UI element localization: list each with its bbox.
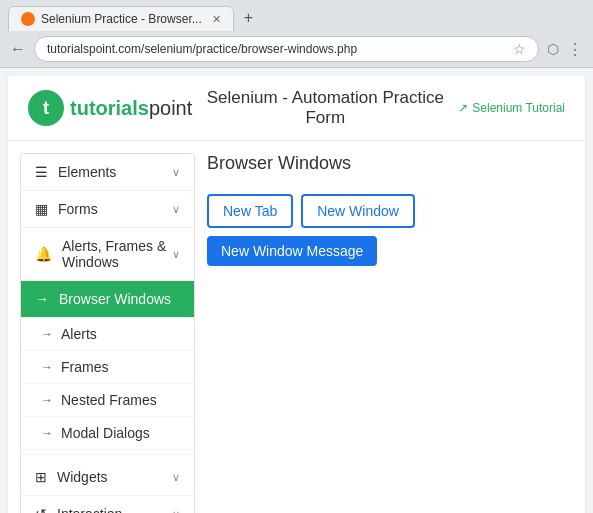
widgets-chevron: ∨ [172, 471, 180, 484]
subitem-arrow: → [41, 426, 53, 440]
main-layout: ☰ Elements ∨ ▦ Forms ∨ 🔔 Alerts, Frames … [8, 141, 585, 513]
sidebar-subitem-frames[interactable]: → Frames [21, 351, 194, 384]
browser-chrome: Selenium Practice - Browser... ✕ + ← tut… [0, 0, 593, 68]
new-window-button[interactable]: New Window [301, 194, 415, 228]
logo[interactable]: t tutorialspoint [28, 90, 192, 126]
tab-bar: Selenium Practice - Browser... ✕ + [0, 0, 593, 31]
widgets-label: Widgets [57, 469, 108, 485]
subitem-arrow: → [41, 360, 53, 374]
header-title: Selenium - Automation Practice Form [192, 88, 458, 128]
sidebar-item-elements[interactable]: ☰ Elements ∨ [21, 154, 194, 191]
new-tab-button[interactable]: New Tab [207, 194, 293, 228]
elements-label: Elements [58, 164, 116, 180]
subitem-arrow: → [41, 393, 53, 407]
sidebar-subitem-alerts[interactable]: → Alerts [21, 318, 194, 351]
menu-button[interactable]: ⋮ [567, 40, 583, 59]
logo-point: point [149, 97, 192, 119]
elements-icon: ☰ [35, 164, 48, 180]
interaction-chevron: ∨ [172, 508, 180, 514]
back-button[interactable]: ← [10, 40, 26, 58]
extensions-button[interactable]: ⬡ [547, 41, 559, 57]
link-icon: ↗ [458, 101, 468, 115]
sidebar-item-alerts[interactable]: 🔔 Alerts, Frames & Windows ∨ [21, 228, 194, 281]
page: t tutorialspoint Selenium - Automation P… [8, 76, 585, 513]
alerts-chevron: ∨ [172, 248, 180, 261]
interaction-label: Interaction [57, 506, 122, 513]
modal-dialogs-label: Modal Dialogs [61, 425, 150, 441]
frames-label: Frames [61, 359, 108, 375]
active-tab[interactable]: Selenium Practice - Browser... ✕ [8, 6, 234, 31]
sidebar-item-browser-windows[interactable]: → Browser Windows [21, 281, 194, 318]
interaction-icon: ↺ [35, 506, 47, 513]
item-left: ▦ Forms [35, 201, 98, 217]
logo-tp: tutorials [70, 97, 149, 119]
widgets-icon: ⊞ [35, 469, 47, 485]
url-box[interactable]: tutorialspoint.com/selenium/practice/bro… [34, 36, 539, 62]
browser-windows-label: Browser Windows [59, 291, 171, 307]
sidebar-item-interaction[interactable]: ↺ Interaction ∨ [21, 496, 194, 513]
tab-label: Selenium Practice - Browser... [41, 12, 202, 26]
alerts-label: Alerts, Frames & Windows [62, 238, 172, 270]
bookmark-button[interactable]: ☆ [513, 41, 526, 57]
item-left: → Browser Windows [35, 291, 171, 307]
new-window-message-button[interactable]: New Window Message [207, 236, 377, 266]
sidebar: ☰ Elements ∨ ▦ Forms ∨ 🔔 Alerts, Frames … [20, 153, 195, 513]
elements-chevron: ∨ [172, 166, 180, 179]
item-left: ☰ Elements [35, 164, 116, 180]
logo-letter: t [43, 98, 49, 119]
button-group: New Tab New Window New Window Message [207, 194, 573, 266]
forms-chevron: ∨ [172, 203, 180, 216]
tab-favicon [21, 12, 35, 26]
browser-windows-icon: → [35, 291, 49, 307]
new-tab-button[interactable]: + [238, 9, 259, 27]
logo-text: tutorialspoint [70, 97, 192, 120]
sidebar-divider [21, 454, 194, 455]
url-text: tutorialspoint.com/selenium/practice/bro… [47, 42, 357, 56]
subitem-arrow: → [41, 327, 53, 341]
alerts-icon: 🔔 [35, 246, 52, 262]
item-left: ⊞ Widgets [35, 469, 108, 485]
nested-frames-label: Nested Frames [61, 392, 157, 408]
site-header: t tutorialspoint Selenium - Automation P… [8, 76, 585, 141]
tab-close-button[interactable]: ✕ [212, 13, 221, 26]
content-area: Browser Windows New Tab New Window New W… [207, 153, 573, 513]
forms-label: Forms [58, 201, 98, 217]
content-title: Browser Windows [207, 153, 573, 174]
address-bar: ← tutorialspoint.com/selenium/practice/b… [0, 31, 593, 67]
item-left: ↺ Interaction [35, 506, 122, 513]
sidebar-subitem-nested-frames[interactable]: → Nested Frames [21, 384, 194, 417]
sidebar-item-forms[interactable]: ▦ Forms ∨ [21, 191, 194, 228]
sidebar-item-widgets[interactable]: ⊞ Widgets ∨ [21, 459, 194, 496]
logo-icon: t [28, 90, 64, 126]
link-text: Selenium Tutorial [472, 101, 565, 115]
sidebar-subitem-modal-dialogs[interactable]: → Modal Dialogs [21, 417, 194, 450]
alerts-sub-label: Alerts [61, 326, 97, 342]
item-left: 🔔 Alerts, Frames & Windows [35, 238, 172, 270]
forms-icon: ▦ [35, 201, 48, 217]
selenium-tutorial-link[interactable]: ↗ Selenium Tutorial [458, 101, 565, 115]
